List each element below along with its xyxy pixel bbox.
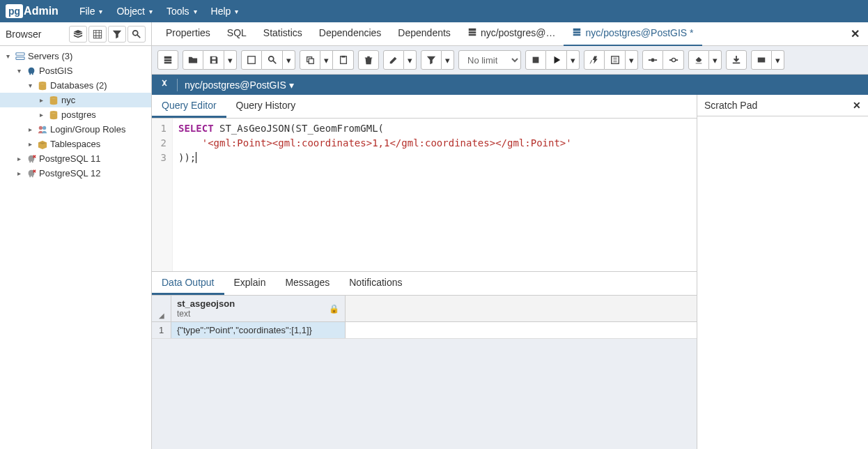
scratch-close-icon[interactable]: ✕ [853, 100, 861, 111]
editor-tabs: Query Editor Query History [152, 95, 697, 119]
tb-paste-icon[interactable] [333, 50, 354, 70]
tab-query-1[interactable]: nyc/postgres@… [459, 22, 564, 47]
query-tool-icon [467, 27, 477, 39]
tab-messages[interactable]: Messages [275, 272, 339, 295]
tb-new-icon[interactable] [157, 50, 178, 70]
logo-text: Admin [24, 5, 59, 17]
svg-rect-14 [533, 57, 539, 63]
tb-edit-icon[interactable] [241, 50, 262, 70]
tree-nyc[interactable]: ▸nyc [0, 93, 151, 107]
tb-filter-dropdown[interactable]: ▾ [442, 50, 454, 70]
tb-commit-icon[interactable] [642, 50, 663, 70]
database-icon [49, 96, 59, 105]
svg-rect-11 [309, 59, 313, 63]
tab-notifications[interactable]: Notifications [339, 272, 412, 295]
tb-explain-analyze-icon[interactable] [605, 50, 626, 70]
output-area: Data Output Explain Messages Notificatio… [152, 271, 697, 449]
tb-filter-icon[interactable] [421, 50, 442, 70]
connection-label[interactable]: nyc/postgres@PostGIS ▾ [185, 79, 294, 91]
tb-execute-icon[interactable] [546, 50, 567, 70]
scratch-header: Scratch Pad ✕ [697, 95, 868, 116]
tab-data-output[interactable]: Data Output [152, 272, 224, 295]
app-logo: pg Admin [6, 4, 59, 18]
browser-tools [69, 26, 146, 43]
browser-tool-layers[interactable] [69, 26, 87, 43]
elephant-icon [26, 66, 36, 76]
tb-macro-dropdown[interactable]: ▾ [772, 50, 784, 70]
tab-query-2[interactable]: nyc/postgres@PostGIS * [564, 22, 702, 47]
result-grid: ◢ st_asgeojson text 🔒 1 {"typ [152, 296, 697, 339]
tb-stop-icon[interactable] [525, 50, 546, 70]
tb-clear-icon[interactable] [688, 50, 709, 70]
tb-copy-dropdown[interactable]: ▾ [320, 50, 333, 70]
svg-point-3 [39, 81, 47, 84]
tb-open-icon[interactable] [183, 50, 203, 70]
scratch-body[interactable] [697, 116, 868, 449]
editor-left: Query Editor Query History 123 SELECT ST… [152, 95, 697, 449]
tb-download-icon[interactable] [726, 50, 747, 70]
tab-dependents[interactable]: Dependents [389, 22, 459, 46]
svg-rect-2 [16, 56, 24, 59]
tab-statistics[interactable]: Statistics [255, 22, 311, 46]
tab-query-history[interactable]: Query History [226, 95, 306, 118]
tb-execute-dropdown[interactable]: ▾ [567, 50, 580, 70]
svg-point-0 [133, 30, 138, 35]
tab-query-editor[interactable]: Query Editor [152, 95, 226, 118]
grid-cell[interactable]: {"type":"Point","coordinates":[1,1]} [171, 322, 346, 338]
tab-close-button[interactable]: ✕ [842, 23, 868, 45]
tb-limit-select[interactable]: No limit [458, 50, 521, 70]
content-tabs: Properties SQL Statistics Dependencies D… [152, 22, 868, 46]
menu-object[interactable]: Object [109, 1, 159, 21]
svg-point-7 [42, 125, 46, 129]
code-editor[interactable]: 123 SELECT ST_AsGeoJSON(ST_GeomFromGML( … [152, 119, 697, 271]
server-disconnected-icon [26, 169, 36, 178]
tb-save-icon[interactable] [203, 50, 224, 70]
tree-postgres[interactable]: ▸postgres [0, 107, 151, 122]
menu-tools[interactable]: Tools [160, 1, 204, 21]
tablespace-icon [38, 139, 47, 149]
tb-clear-dropdown[interactable]: ▾ [709, 50, 722, 70]
logo-prefix: pg [6, 4, 23, 18]
tb-delete-icon[interactable] [358, 50, 379, 70]
tree-login-roles[interactable]: ▸Login/Group Roles [0, 122, 151, 137]
tab-explain[interactable]: Explain [224, 272, 276, 295]
servers-icon [15, 52, 25, 61]
tree-pg12[interactable]: ▸PostgreSQL 12 [0, 166, 151, 181]
tb-explain-dropdown[interactable]: ▾ [626, 50, 638, 70]
tree-pg11[interactable]: ▸PostgreSQL 11 [0, 151, 151, 166]
grid-corner[interactable]: ◢ [152, 296, 171, 321]
browser-title: Browser [6, 29, 41, 40]
svg-point-16 [651, 58, 654, 61]
tree-servers[interactable]: ▾Servers (3) [0, 49, 151, 63]
tb-edit2-icon[interactable] [383, 50, 404, 70]
code-content[interactable]: SELECT ST_AsGeoJSON(ST_GeomFromGML( '<gm… [173, 119, 697, 271]
tb-copy-icon[interactable] [300, 50, 320, 70]
tb-save-dropdown[interactable]: ▾ [224, 50, 237, 70]
svg-point-17 [672, 58, 675, 61]
svg-rect-18 [758, 58, 766, 63]
tb-explain-icon[interactable] [584, 50, 605, 70]
tb-find-icon[interactable] [262, 50, 283, 70]
browser-tool-search[interactable] [127, 26, 146, 43]
tab-properties[interactable]: Properties [157, 22, 219, 46]
connection-status-icon [159, 78, 170, 91]
tab-sql[interactable]: SQL [219, 22, 255, 46]
tab-dependencies[interactable]: Dependencies [311, 22, 390, 46]
browser-tool-grid[interactable] [88, 26, 107, 43]
menu-file[interactable]: File [72, 1, 110, 21]
svg-point-4 [50, 96, 58, 98]
tb-find-dropdown[interactable]: ▾ [283, 50, 295, 70]
svg-point-9 [268, 56, 273, 61]
tb-edit2-dropdown[interactable]: ▾ [404, 50, 417, 70]
tree-databases[interactable]: ▾Databases (2) [0, 78, 151, 93]
grid-col-header[interactable]: st_asgeojson text 🔒 [171, 296, 346, 321]
line-gutter: 123 [152, 119, 173, 271]
menu-help[interactable]: Help [204, 1, 246, 21]
tb-macro-icon[interactable] [751, 50, 772, 70]
svg-point-5 [50, 110, 58, 113]
tree-postgis[interactable]: ▾PostGIS [0, 63, 151, 78]
browser-tool-filter[interactable] [108, 26, 126, 43]
tb-rollback-icon[interactable] [663, 50, 684, 70]
grid-row-1[interactable]: 1 {"type":"Point","coordinates":[1,1]} [152, 322, 697, 339]
tree-tablespaces[interactable]: ▸Tablespaces [0, 137, 151, 151]
